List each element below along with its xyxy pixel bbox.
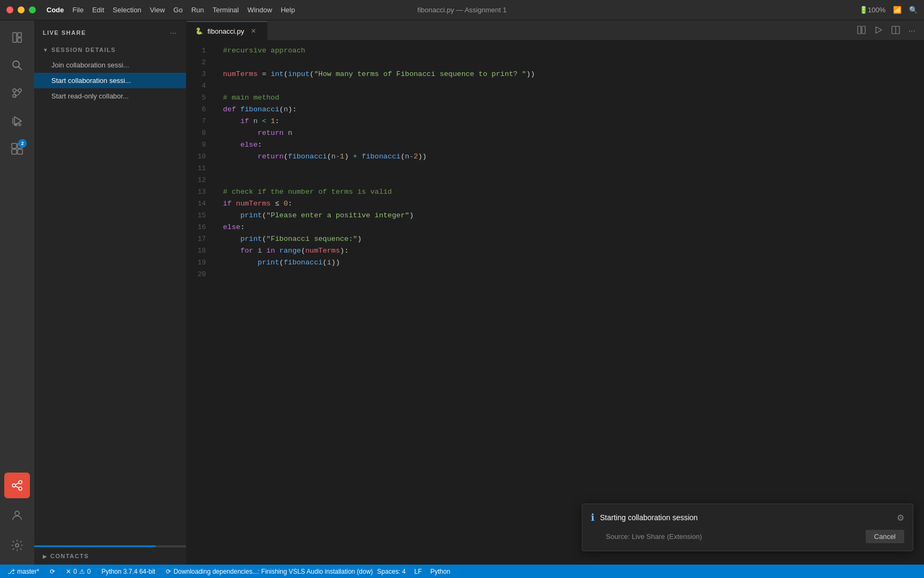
chevron-right-icon: ▶ (43, 553, 47, 559)
lf-item[interactable]: LF (412, 565, 424, 578)
warning-icon: ⚠ (79, 568, 85, 575)
svg-marker-25 (876, 27, 882, 33)
python-version-label: Python 3.7.4 64-bit (102, 568, 156, 575)
activity-live-share[interactable] (4, 473, 30, 498)
code-line-11 (214, 163, 924, 174)
menu-window[interactable]: Window (248, 6, 272, 14)
line-num-9: 9 (187, 139, 214, 151)
code-line-2 (214, 57, 924, 69)
window-controls[interactable] (6, 6, 36, 13)
sidebar-panel-title: LIVE SHARE (43, 29, 86, 36)
svg-rect-24 (862, 26, 865, 34)
clock-icon: 🔍 (909, 6, 918, 14)
git-branch-item[interactable]: ⎇ master* (5, 565, 41, 578)
session-details-section[interactable]: ▼ SESSION DETAILS (34, 42, 186, 57)
svg-line-20 (16, 486, 19, 488)
line-numbers: 1 2 3 4 5 6 7 8 9 10 11 12 13 14 15 16 1… (187, 41, 214, 565)
status-bar: ⎇ master* ⟳ ✕ 0 ⚠ 0 Python 3.7.4 64-bit … (0, 565, 924, 578)
tab-fibonacci[interactable]: 🐍 fibonacci.py ✕ (187, 21, 267, 40)
status-right: Spaces: 4 LF Python (375, 565, 452, 578)
line-num-5: 5 (187, 92, 214, 104)
sidebar-item-readonly[interactable]: Start read-only collabor... (34, 88, 186, 104)
sidebar-more-button[interactable]: ··· (168, 27, 178, 38)
line-num-4: 4 (187, 80, 214, 92)
svg-point-16 (12, 484, 16, 487)
menu-edit[interactable]: Edit (92, 6, 104, 14)
menu-terminal[interactable]: Terminal (213, 6, 239, 14)
notification-popup: ℹ Starting collaboration session ⚙ Sourc… (582, 504, 913, 551)
sidebar-item-join[interactable]: Join collaboration sessi... (34, 57, 186, 73)
more-actions-button[interactable]: ··· (906, 24, 918, 38)
git-branch-label: master* (17, 568, 39, 575)
sidebar: LIVE SHARE ··· ▼ SESSION DETAILS Join co… (34, 20, 187, 565)
menu-run[interactable]: Run (191, 6, 204, 14)
menu-code[interactable]: Code (47, 6, 64, 14)
close-button[interactable] (6, 6, 13, 13)
activity-bar-bottom (0, 473, 34, 565)
notification-source: Source: Live Share (Extension) (606, 533, 702, 541)
activity-account[interactable] (4, 503, 30, 528)
errors-item[interactable]: ✕ 0 ⚠ 0 (64, 565, 93, 578)
line-num-10: 10 (187, 151, 214, 163)
downloading-item[interactable]: ⟳ Downloading dependencies...: Finishing… (164, 565, 375, 578)
sidebar-item-start-collaboration[interactable]: Start collaboration sessi... (34, 73, 186, 88)
chevron-down-icon: ▼ (43, 47, 48, 53)
code-line-3: numTerms = int(input("How many terms of … (214, 69, 924, 80)
activity-run-debug[interactable] (4, 108, 30, 134)
contacts-section[interactable]: ▶ CONTACTS (34, 547, 186, 565)
menu-bar[interactable]: Code File Edit Selection View Go Run Ter… (47, 6, 295, 14)
notification-settings-icon[interactable]: ⚙ (897, 513, 904, 523)
svg-point-6 (18, 89, 21, 92)
activity-search[interactable] (4, 52, 30, 78)
spaces-item[interactable]: Spaces: 4 (375, 565, 407, 578)
code-line-18: for i in range(numTerms): (214, 245, 924, 257)
svg-line-19 (16, 483, 19, 485)
line-num-17: 17 (187, 233, 214, 245)
sidebar-item-join-label: Join collaboration sessi... (51, 61, 129, 69)
svg-rect-23 (858, 26, 861, 34)
code-content[interactable]: #recursive approach numTerms = int(input… (214, 41, 924, 565)
line-num-3: 3 (187, 69, 214, 80)
minimize-button[interactable] (18, 6, 25, 13)
run-button[interactable] (872, 24, 885, 39)
code-line-6: def fibonacci(n): (214, 104, 924, 116)
notification-header: ℹ Starting collaboration session ⚙ (582, 504, 913, 528)
maximize-button[interactable] (29, 6, 36, 13)
code-line-4 (214, 80, 924, 92)
menu-help[interactable]: Help (281, 6, 295, 14)
menu-go[interactable]: Go (173, 6, 182, 14)
code-line-20 (214, 269, 924, 280)
code-editor[interactable]: 1 2 3 4 5 6 7 8 9 10 11 12 13 14 15 16 1… (187, 41, 924, 565)
line-num-16: 16 (187, 222, 214, 233)
svg-point-11 (19, 124, 21, 126)
sync-item[interactable]: ⟳ (48, 565, 57, 578)
language-item[interactable]: Python (428, 565, 452, 578)
status-left: ⎇ master* ⟳ ✕ 0 ⚠ 0 Python 3.7.4 64-bit … (5, 565, 375, 578)
notification-body: Source: Live Share (Extension) Cancel (582, 528, 913, 551)
activity-extensions[interactable]: 2 (4, 136, 30, 162)
tab-close-button[interactable]: ✕ (249, 26, 258, 36)
sidebar-item-start-label: Start collaboration sessi... (51, 77, 131, 85)
menu-view[interactable]: View (150, 6, 165, 14)
menu-file[interactable]: File (73, 6, 84, 14)
cancel-button[interactable]: Cancel (866, 530, 904, 543)
menu-selection[interactable]: Selection (113, 6, 141, 14)
split-editor-button[interactable] (855, 24, 868, 39)
activity-source-control[interactable] (4, 80, 30, 106)
python-file-icon: 🐍 (195, 27, 203, 35)
code-line-13: # check if the number of terms is valid (214, 186, 924, 198)
activity-explorer[interactable] (4, 25, 30, 50)
code-line-17: print("Fibonacci sequence:") (214, 233, 924, 245)
notification-actions: Cancel (866, 530, 904, 543)
tab-bar-actions: ··· (849, 21, 924, 40)
errors-count: 0 (73, 568, 77, 575)
language-label: Python (430, 568, 450, 575)
activity-settings[interactable] (4, 533, 30, 558)
python-version-item[interactable]: Python 3.7.4 64-bit (99, 565, 158, 578)
sidebar-item-readonly-label: Start read-only collabor... (51, 92, 129, 100)
layout-button[interactable] (889, 24, 902, 39)
titlebar: Code File Edit Selection View Go Run Ter… (0, 0, 924, 20)
tab-label: fibonacci.py (207, 27, 244, 35)
sync-spin-icon: ⟳ (166, 568, 171, 575)
editor-area: 🐍 fibonacci.py ✕ ··· 1 2 (187, 20, 924, 565)
